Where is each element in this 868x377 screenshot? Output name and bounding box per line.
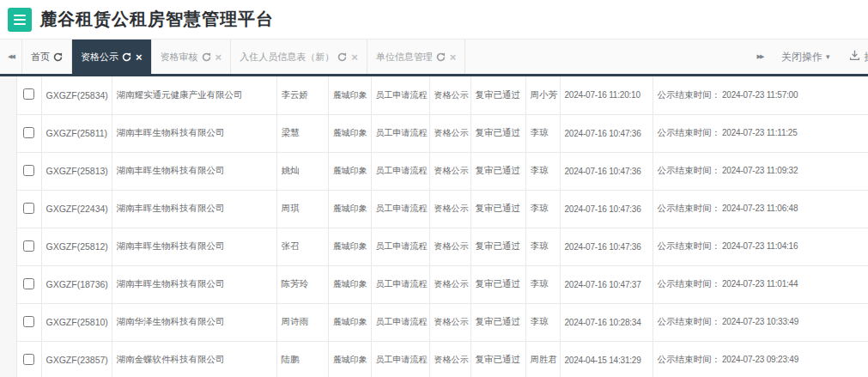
row-checkbox[interactable] bbox=[23, 203, 34, 214]
refresh-icon[interactable] bbox=[202, 52, 211, 62]
tab-label: 资格审核 bbox=[161, 51, 198, 64]
row-checkbox[interactable] bbox=[23, 88, 34, 100]
cell-apply-time: 2024-04-15 14:31:29 bbox=[560, 341, 653, 377]
cell-applicant: 张召 bbox=[276, 228, 328, 265]
row-checkbox[interactable] bbox=[23, 127, 34, 138]
cell-code: GXGZF(23857) bbox=[41, 341, 112, 377]
cell-process: 员工申请流程 bbox=[371, 76, 429, 114]
table-row[interactable]: GXGZF(25813) 湖南丰晖生物科技有限公司 姚灿 麓城印象 员工申请流程… bbox=[17, 152, 868, 190]
end-time-label: 公示结束时间： bbox=[658, 354, 721, 364]
cell-applicant: 周诗雨 bbox=[276, 303, 328, 341]
table-row[interactable]: GXGZF(22434) 湖南丰晖生物科技有限公司 周琪 麓城印象 员工申请流程… bbox=[17, 190, 868, 228]
cell-reviewer: 李琼 bbox=[525, 114, 560, 152]
row-checkbox[interactable] bbox=[23, 165, 34, 176]
cell-apply-time: 2024-07-16 10:28:34 bbox=[560, 303, 653, 341]
end-time-label: 公示结束时间： bbox=[658, 127, 721, 137]
row-checkbox[interactable] bbox=[23, 354, 34, 365]
cell-community: 麓城印象 bbox=[328, 152, 371, 190]
table-row[interactable]: GXGZF(25812) 湖南丰晖生物科技有限公司 张召 麓城印象 员工申请流程… bbox=[17, 228, 868, 265]
table-row[interactable]: GXGZF(25810) 湖南华泽生物科技有限公司 周诗雨 麓城印象 员工申请流… bbox=[17, 303, 868, 341]
cell-applicant: 姚灿 bbox=[276, 152, 328, 190]
tabbar-right-controls: ▶▶ 关闭操作 ▾ 操作手册 bbox=[749, 40, 868, 74]
end-time-value: 2024-07-23 10:33:49 bbox=[722, 317, 798, 326]
cell-status: 资格公示 bbox=[429, 76, 470, 114]
cell-community: 麓城印象 bbox=[328, 341, 371, 377]
table-row[interactable]: GXGZF(18736) 湖南丰晖生物科技有限公司 陈芳玲 麓城印象 员工申请流… bbox=[17, 265, 868, 303]
cell-process: 员工申请流程 bbox=[371, 152, 429, 190]
table-row[interactable]: GXGZF(23857) 湖南金蝶软件科技有限公司 陆鹏 麓城印象 员工申请流程… bbox=[17, 341, 868, 377]
scroll-tabs-left-button[interactable]: ◀◀ bbox=[0, 40, 22, 74]
scroll-tabs-right-button[interactable]: ▶▶ bbox=[749, 40, 771, 74]
cell-end-time: 公示结束时间：2024-07-23 11:11:25 bbox=[653, 114, 868, 152]
cell-company: 湖南丰晖生物科技有限公司 bbox=[112, 152, 276, 190]
close-tab-icon[interactable]: × bbox=[351, 52, 358, 63]
cell-end-time: 公示结束时间：2024-07-23 09:23:49 bbox=[653, 341, 868, 377]
cell-company: 湖南耀实通元健康产业有限公司 bbox=[112, 76, 276, 114]
refresh-icon[interactable] bbox=[122, 52, 131, 62]
close-tab-icon[interactable]: × bbox=[215, 52, 222, 63]
cell-reviewer: 李琼 bbox=[525, 190, 560, 228]
table-row[interactable]: GXGZF(25834) 湖南耀实通元健康产业有限公司 李云娇 麓城印象 员工申… bbox=[17, 76, 868, 114]
cell-process: 员工申请流程 bbox=[371, 341, 429, 377]
cell-process: 员工申请流程 bbox=[371, 190, 429, 228]
page-title: 麓谷租赁公租房智慧管理平台 bbox=[39, 8, 274, 31]
cell-code: GXGZF(25812) bbox=[41, 228, 112, 265]
cell-company: 湖南丰晖生物科技有限公司 bbox=[112, 190, 276, 228]
cell-review-status: 复审已通过 bbox=[470, 341, 525, 377]
refresh-icon[interactable] bbox=[53, 52, 63, 62]
cell-code: GXGZF(22434) bbox=[41, 190, 112, 228]
menu-button[interactable] bbox=[8, 8, 32, 32]
cell-process: 员工申请流程 bbox=[371, 228, 429, 265]
cell-review-status: 复审已通过 bbox=[470, 190, 525, 228]
close-operations-dropdown[interactable]: 关闭操作 ▾ bbox=[771, 40, 841, 74]
cell-applicant: 李云娇 bbox=[276, 76, 328, 114]
cell-status: 资格公示 bbox=[429, 114, 470, 152]
row-checkbox[interactable] bbox=[23, 240, 34, 252]
cell-apply-time: 2024-07-16 10:47:36 bbox=[560, 152, 653, 190]
row-checkbox[interactable] bbox=[23, 278, 34, 289]
refresh-icon[interactable] bbox=[436, 52, 446, 62]
cell-community: 麓城印象 bbox=[328, 114, 371, 152]
cell-apply-time: 2024-07-16 10:47:36 bbox=[560, 190, 653, 228]
cell-reviewer: 周胜君 bbox=[525, 341, 560, 377]
cell-status: 资格公示 bbox=[429, 265, 470, 303]
end-time-value: 2024-07-23 11:01:44 bbox=[722, 279, 798, 289]
end-time-value: 2024-07-23 11:11:25 bbox=[722, 128, 798, 137]
cell-community: 麓城印象 bbox=[328, 303, 371, 341]
cell-company: 湖南丰晖生物科技有限公司 bbox=[112, 228, 276, 265]
cell-process: 员工申请流程 bbox=[371, 303, 429, 341]
end-time-label: 公示结束时间： bbox=[658, 278, 721, 289]
cell-reviewer: 李琼 bbox=[525, 265, 560, 303]
tab[interactable]: 资格审核 × bbox=[152, 40, 232, 74]
cell-review-status: 复审已通过 bbox=[470, 76, 525, 114]
cell-code: GXGZF(25813) bbox=[41, 152, 112, 190]
tab[interactable]: 入住人员信息表（新） × bbox=[231, 40, 367, 74]
tab[interactable]: 单位信息管理 × bbox=[367, 40, 466, 74]
cell-apply-time: 2024-07-16 10:47:37 bbox=[560, 265, 653, 303]
tab-label: 单位信息管理 bbox=[376, 51, 433, 64]
cell-status: 资格公示 bbox=[429, 303, 470, 341]
refresh-icon[interactable] bbox=[337, 52, 347, 62]
row-checkbox[interactable] bbox=[23, 316, 34, 327]
tab[interactable]: 资格公示 × bbox=[72, 40, 152, 74]
close-tab-icon[interactable]: × bbox=[136, 52, 143, 63]
end-time-value: 2024-07-23 11:09:32 bbox=[722, 166, 798, 175]
cell-applicant: 陆鹏 bbox=[276, 341, 328, 377]
cell-applicant: 陈芳玲 bbox=[276, 265, 328, 303]
cell-company: 湖南丰晖生物科技有限公司 bbox=[112, 114, 276, 152]
end-time-value: 2024-07-23 11:06:48 bbox=[722, 204, 798, 213]
download-icon bbox=[849, 50, 860, 64]
cell-reviewer: 李琼 bbox=[525, 228, 560, 265]
cell-end-time: 公示结束时间：2024-07-23 11:01:44 bbox=[653, 265, 868, 303]
end-time-value: 2024-07-23 11:57:00 bbox=[722, 90, 798, 100]
operation-manual-button[interactable]: 操作手册 bbox=[841, 40, 868, 74]
cell-end-time: 公示结束时间：2024-07-23 11:06:48 bbox=[653, 190, 868, 228]
tab[interactable]: 首页 × bbox=[22, 40, 72, 74]
tab-label: 首页 bbox=[31, 51, 50, 64]
table-row[interactable]: GXGZF(25811) 湖南丰晖生物科技有限公司 梁慧 麓城印象 员工申请流程… bbox=[17, 114, 868, 152]
end-time-label: 公示结束时间： bbox=[658, 165, 721, 175]
close-tab-icon[interactable]: × bbox=[450, 52, 457, 63]
cell-apply-time: 2024-07-16 10:47:36 bbox=[560, 114, 653, 152]
cell-status: 资格公示 bbox=[429, 228, 470, 265]
cell-reviewer: 李琼 bbox=[525, 152, 560, 190]
